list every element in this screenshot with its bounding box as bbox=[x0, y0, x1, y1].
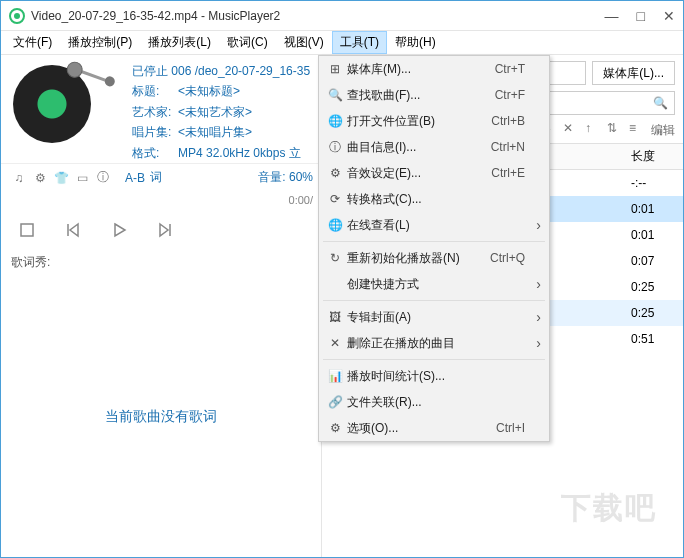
refresh-icon: ↻ bbox=[323, 251, 347, 265]
menu-item-accel: Ctrl+E bbox=[491, 166, 525, 180]
menu-separator bbox=[323, 359, 545, 360]
close-button[interactable]: ✕ bbox=[663, 8, 675, 24]
tools-dropdown: ⊞媒体库(M)...Ctr+T🔍查找歌曲(F)...Ctr+F🌐打开文件位置(B… bbox=[318, 55, 550, 442]
sort-icon[interactable]: ⇅ bbox=[607, 121, 625, 139]
grid-icon: ⊞ bbox=[323, 62, 347, 76]
disc-icon bbox=[13, 65, 91, 143]
eq-icon[interactable]: ♫ bbox=[9, 168, 29, 188]
menu-播放列表(L)[interactable]: 播放列表(L) bbox=[140, 31, 219, 54]
track-length: 0:07 bbox=[623, 254, 683, 268]
menu-工具(T)[interactable]: 工具(T) bbox=[332, 31, 387, 54]
menu-歌词(C)[interactable]: 歌词(C) bbox=[219, 31, 276, 54]
mini-icon[interactable]: ▭ bbox=[72, 168, 92, 188]
globe-icon: 🌐 bbox=[323, 218, 347, 232]
menu-item-label: 播放时间统计(S)... bbox=[347, 368, 525, 385]
watermark: 下载吧 bbox=[561, 488, 657, 529]
ab-button[interactable]: A-B bbox=[125, 171, 145, 185]
menu-item-label: 在线查看(L) bbox=[347, 217, 525, 234]
menu-item-accel: Ctr+F bbox=[495, 88, 525, 102]
skin-icon[interactable]: 👕 bbox=[51, 168, 71, 188]
lyric-button[interactable]: 词 bbox=[150, 169, 162, 186]
app-icon bbox=[9, 8, 25, 24]
menu-item-选项(O)...[interactable]: ⚙选项(O)...Ctrl+I bbox=[319, 415, 549, 441]
menu-item-label: 创建快捷方式 bbox=[347, 276, 525, 293]
maximize-button[interactable]: □ bbox=[637, 8, 645, 24]
info-icon: ⓘ bbox=[323, 139, 347, 156]
menu-item-在线查看(L)[interactable]: 🌐在线查看(L) bbox=[319, 212, 549, 238]
edit-label[interactable]: 编辑 bbox=[651, 122, 675, 139]
menu-item-重新初始化播放器(N)[interactable]: ↻重新初始化播放器(N)Ctrl+Q bbox=[319, 245, 549, 271]
track-length: -:-- bbox=[623, 176, 683, 190]
menu-item-label: 音效设定(E)... bbox=[347, 165, 491, 182]
volume-label[interactable]: 音量: 60% bbox=[258, 169, 313, 186]
menu-item-删除正在播放的曲目[interactable]: ✕删除正在播放的曲目 bbox=[319, 330, 549, 356]
menu-item-文件关联(R)...[interactable]: 🔗文件关联(R)... bbox=[319, 389, 549, 415]
track-length: 0:01 bbox=[623, 202, 683, 216]
menu-item-accel: Ctr+T bbox=[495, 62, 525, 76]
lyric-section-label: 歌词秀: bbox=[1, 248, 321, 277]
list-icon[interactable]: ≡ bbox=[629, 121, 647, 139]
format-value: MP4 32.0kHz 0kbps 立 bbox=[178, 146, 301, 160]
format-label: 格式: bbox=[132, 143, 178, 163]
menu-item-转换格式(C)...[interactable]: ⟳转换格式(C)... bbox=[319, 186, 549, 212]
menu-item-创建快捷方式[interactable]: 创建快捷方式 bbox=[319, 271, 549, 297]
menu-item-打开文件位置(B)[interactable]: 🌐打开文件位置(B)Ctrl+B bbox=[319, 108, 549, 134]
status-line: 已停止 006 /deo_20-07-29_16-35 bbox=[132, 61, 310, 81]
up-icon[interactable]: ↑ bbox=[585, 121, 603, 139]
menu-item-音效设定(E)...[interactable]: ⚙音效设定(E)...Ctrl+E bbox=[319, 160, 549, 186]
menu-视图(V)[interactable]: 视图(V) bbox=[276, 31, 332, 54]
menu-item-专辑封面(A)[interactable]: 🖼专辑封面(A) bbox=[319, 304, 549, 330]
settings-icon[interactable]: ⚙ bbox=[30, 168, 50, 188]
left-pane: 已停止 006 /deo_20-07-29_16-35 标题:<未知标题> 艺术… bbox=[1, 55, 321, 557]
menubar: 文件(F)播放控制(P)播放列表(L)歌词(C)视图(V)工具(T)帮助(H) bbox=[1, 31, 683, 55]
track-length: 0:25 bbox=[623, 280, 683, 294]
menu-item-accel: Ctrl+B bbox=[491, 114, 525, 128]
play-button[interactable] bbox=[107, 218, 131, 242]
menu-播放控制(P)[interactable]: 播放控制(P) bbox=[60, 31, 140, 54]
search-icon[interactable]: 🔍 bbox=[653, 96, 668, 110]
album-value: <未知唱片集> bbox=[178, 125, 252, 139]
lyric-area: 当前歌曲没有歌词 bbox=[1, 277, 321, 557]
menu-item-label: 重新初始化播放器(N) bbox=[347, 250, 490, 267]
menu-item-label: 媒体库(M)... bbox=[347, 61, 495, 78]
menu-item-label: 打开文件位置(B) bbox=[347, 113, 491, 130]
stats-icon: 📊 bbox=[323, 369, 347, 383]
artist-value: <未知艺术家> bbox=[178, 105, 252, 119]
title-value: <未知标题> bbox=[178, 84, 240, 98]
time-display: 0:00/ bbox=[1, 192, 321, 212]
globe-icon: 🌐 bbox=[323, 114, 347, 128]
title-label: 标题: bbox=[132, 81, 178, 101]
track-meta: 已停止 006 /deo_20-07-29_16-35 标题:<未知标题> 艺术… bbox=[132, 61, 310, 163]
window-title: Video_20-07-29_16-35-42.mp4 - MusicPlaye… bbox=[31, 9, 605, 23]
menu-item-label: 查找歌曲(F)... bbox=[347, 87, 495, 104]
menu-item-曲目信息(I)...[interactable]: ⓘ曲目信息(I)...Ctrl+N bbox=[319, 134, 549, 160]
playback-controls bbox=[1, 212, 321, 248]
menu-item-label: 专辑封面(A) bbox=[347, 309, 525, 326]
menu-item-播放时间统计(S)...[interactable]: 📊播放时间统计(S)... bbox=[319, 363, 549, 389]
media-library-button[interactable]: 媒体库(L)... bbox=[592, 61, 675, 85]
menu-item-查找歌曲(F)...[interactable]: 🔍查找歌曲(F)...Ctr+F bbox=[319, 82, 549, 108]
minimize-button[interactable]: — bbox=[605, 8, 619, 24]
svg-rect-0 bbox=[21, 224, 33, 236]
track-length: 0:51 bbox=[623, 332, 683, 346]
album-art bbox=[9, 61, 124, 147]
album-label: 唱片集: bbox=[132, 122, 178, 142]
link-icon: 🔗 bbox=[323, 395, 347, 409]
menu-item-accel: Ctrl+Q bbox=[490, 251, 525, 265]
convert-icon: ⟳ bbox=[323, 192, 347, 206]
menu-帮助(H)[interactable]: 帮助(H) bbox=[387, 31, 444, 54]
menu-item-accel: Ctrl+N bbox=[491, 140, 525, 154]
info-icon[interactable]: ⓘ bbox=[93, 168, 113, 188]
prev-button[interactable] bbox=[61, 218, 85, 242]
stop-button[interactable] bbox=[15, 218, 39, 242]
remove-icon[interactable]: ✕ bbox=[563, 121, 581, 139]
next-button[interactable] bbox=[153, 218, 177, 242]
menu-item-accel: Ctrl+I bbox=[496, 421, 525, 435]
menu-separator bbox=[323, 300, 545, 301]
image-icon: 🖼 bbox=[323, 310, 347, 324]
track-length: 0:01 bbox=[623, 228, 683, 242]
menu-item-label: 曲目信息(I)... bbox=[347, 139, 491, 156]
col-length[interactable]: 长度 bbox=[623, 144, 683, 169]
menu-文件(F)[interactable]: 文件(F) bbox=[5, 31, 60, 54]
menu-item-媒体库(M)...[interactable]: ⊞媒体库(M)...Ctr+T bbox=[319, 56, 549, 82]
